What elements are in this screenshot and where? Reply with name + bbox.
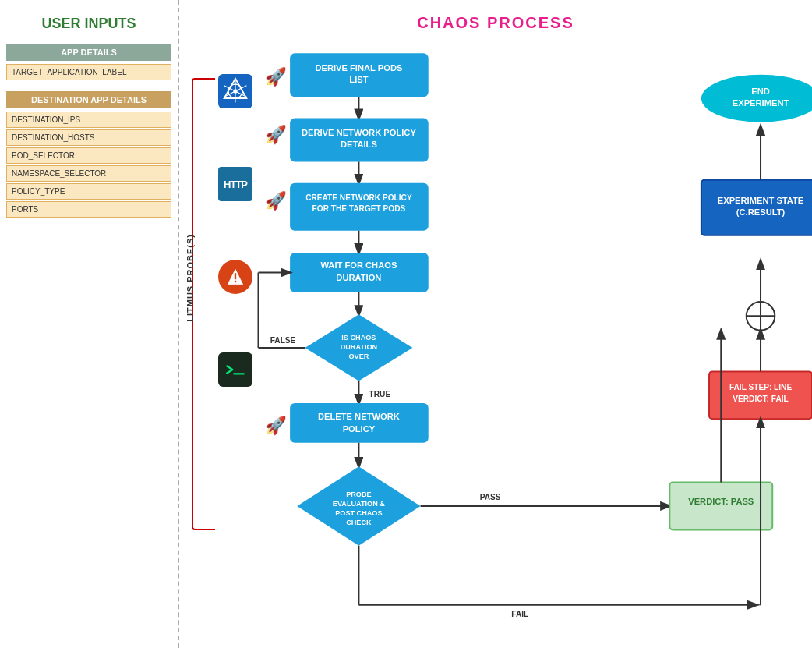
svg-text:EVALUATION &: EVALUATION & (333, 500, 385, 508)
svg-text:TRUE: TRUE (369, 390, 391, 398)
svg-text:PROBE: PROBE (346, 490, 371, 498)
svg-text:DURATION: DURATION (336, 273, 381, 282)
svg-text:OVER: OVER (348, 352, 369, 360)
svg-text:WAIT FOR CHAOS: WAIT FOR CHAOS (320, 260, 397, 270)
right-panel: CHAOS PROCESS LITMUS PROBE(S) HTTP (179, 0, 812, 648)
svg-text:POST CHAOS: POST CHAOS (335, 509, 382, 517)
svg-text:LIST: LIST (349, 75, 368, 84)
target-app-label-item: TARGET_APPLICATION_LABEL (6, 64, 171, 80)
svg-text:END: END (751, 87, 770, 96)
svg-text:DETAILS: DETAILS (341, 140, 377, 149)
svg-text:FAIL STEP: LINE: FAIL STEP: LINE (729, 383, 793, 391)
svg-text:DURATION: DURATION (341, 343, 377, 351)
svg-text:🚀: 🚀 (265, 124, 287, 145)
svg-text:🚀: 🚀 (265, 190, 287, 211)
svg-text:FAIL: FAIL (511, 610, 528, 618)
svg-text:FALSE: FALSE (270, 336, 296, 345)
flowchart-svg: 🚀 DERIVE FINAL PODS LIST 🚀 DERIVE NETWOR… (179, 0, 812, 648)
svg-text:DELETE NETWORK: DELETE NETWORK (318, 412, 400, 421)
svg-text:EXPERIMENT: EXPERIMENT (733, 98, 789, 108)
svg-text:POLICY: POLICY (343, 424, 376, 434)
svg-text:CREATE NETWORK POLICY: CREATE NETWORK POLICY (305, 193, 412, 202)
svg-text:VERDICT: PASS: VERDICT: PASS (688, 497, 754, 506)
pod-selector-item: POD_SELECTOR (6, 147, 171, 164)
svg-text:FOR THE TARGET PODS: FOR THE TARGET PODS (312, 204, 406, 213)
svg-text:DERIVE NETWORK POLICY: DERIVE NETWORK POLICY (302, 128, 416, 137)
svg-rect-42 (290, 403, 429, 443)
svg-text:(C.RESULT): (C.RESULT) (736, 207, 786, 217)
svg-text:EXPERIMENT STATE: EXPERIMENT STATE (718, 196, 804, 205)
dest-ips-item: DESTINATION_IPS (6, 112, 171, 128)
user-inputs-title: USER INPUTS (6, 8, 171, 44)
svg-text:PASS: PASS (480, 493, 501, 501)
svg-text:CHECK: CHECK (346, 519, 372, 526)
left-panel: USER INPUTS APP DETAILS TARGET_APPLICATI… (0, 0, 179, 648)
dest-hosts-item: DESTINATION_HOSTS (6, 129, 171, 146)
namespace-selector-item: NAMESPACE_SELECTOR (6, 165, 171, 182)
svg-text:VERDICT: FAIL: VERDICT: FAIL (733, 395, 788, 403)
svg-text:IS CHAOS: IS CHAOS (341, 334, 376, 342)
app-details-header: APP DETAILS (6, 44, 171, 61)
dest-details-header: DESTINATION APP DETAILS (6, 91, 171, 108)
svg-text:DERIVE FINAL PODS: DERIVE FINAL PODS (315, 63, 402, 73)
svg-rect-56 (669, 483, 772, 530)
policy-type-item: POLICY_TYPE (6, 183, 171, 200)
svg-text:🚀: 🚀 (265, 66, 287, 87)
svg-text:🚀: 🚀 (265, 415, 287, 436)
ports-item: PORTS (6, 201, 171, 218)
